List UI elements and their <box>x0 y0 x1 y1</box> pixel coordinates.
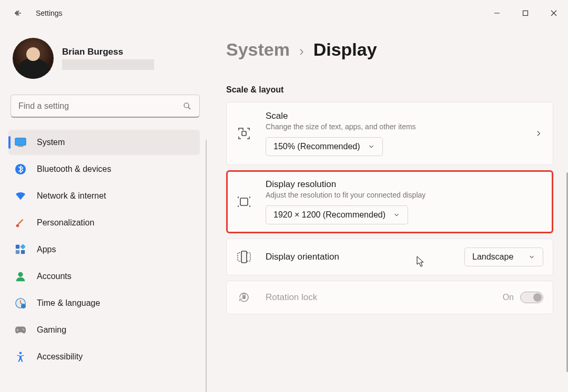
sidebar-item-gaming[interactable]: Gaming <box>8 317 200 343</box>
scale-icon <box>236 126 252 141</box>
svg-point-17 <box>22 328 23 329</box>
main-content: System › Display Scale & layout Scale Ch… <box>210 26 568 392</box>
sidebar-item-bluetooth[interactable]: Bluetooth & devices <box>8 157 200 182</box>
chevron-down-icon <box>393 211 400 219</box>
scale-value: 150% (Recommended) <box>273 142 360 151</box>
svg-point-4 <box>184 103 189 108</box>
rotation-lock-state: On <box>503 293 514 302</box>
svg-rect-13 <box>21 250 25 254</box>
display-resolution-card[interactable]: Display resolution Adjust the resolution… <box>226 170 553 233</box>
search-input[interactable] <box>18 101 182 111</box>
svg-rect-6 <box>15 138 26 146</box>
svg-rect-20 <box>242 131 246 136</box>
scale-title: Scale <box>266 111 520 121</box>
sidebar: Brian Burgess System Bluetooth & devices <box>0 26 210 392</box>
breadcrumb-current: Display <box>313 39 377 60</box>
chevron-down-icon <box>528 253 535 261</box>
svg-rect-21 <box>240 198 248 205</box>
gamepad-icon <box>15 324 26 336</box>
sidebar-item-label: Network & internet <box>37 191 106 201</box>
search-box[interactable] <box>11 95 200 118</box>
titlebar: Settings <box>0 0 568 26</box>
rotation-lock-toggle: On <box>503 292 543 303</box>
sidebar-item-label: Bluetooth & devices <box>37 164 111 174</box>
svg-rect-23 <box>241 251 247 263</box>
sidebar-item-accounts[interactable]: Accounts <box>8 264 200 289</box>
display-orientation-card[interactable]: Display orientation Landscape <box>226 239 553 275</box>
sidebar-item-label: Gaming <box>37 325 66 335</box>
sidebar-item-apps[interactable]: Apps <box>8 237 200 262</box>
svg-rect-10 <box>16 245 19 249</box>
sidebar-item-accessibility[interactable]: Accessibility <box>8 344 200 369</box>
apps-icon <box>15 244 26 255</box>
nav-list: System Bluetooth & devices Network & int… <box>6 128 204 392</box>
bluetooth-icon <box>15 163 26 175</box>
sidebar-item-label: Time & language <box>37 298 100 308</box>
user-row[interactable]: Brian Burgess <box>13 38 204 79</box>
sidebar-item-label: Accessibility <box>37 352 83 362</box>
svg-line-5 <box>188 107 190 109</box>
svg-rect-11 <box>20 244 25 249</box>
close-button[interactable] <box>540 3 568 24</box>
sidebar-item-personalization[interactable]: Personalization <box>8 210 200 235</box>
svg-point-16 <box>21 304 26 308</box>
svg-point-14 <box>18 272 23 277</box>
person-icon <box>15 271 26 282</box>
sidebar-item-label: System <box>37 138 65 147</box>
orientation-select[interactable]: Landscape <box>464 247 543 266</box>
svg-rect-1 <box>523 11 528 16</box>
sidebar-item-time-language[interactable]: Time & language <box>8 291 200 316</box>
sidebar-scrollbar[interactable] <box>206 140 207 392</box>
window-controls <box>483 3 568 24</box>
scale-subtitle: Change the size of text, apps, and other… <box>266 122 520 131</box>
chevron-right-icon[interactable] <box>534 129 543 138</box>
sidebar-item-label: Accounts <box>37 272 72 281</box>
breadcrumb: System › Display <box>226 39 553 60</box>
resolution-value: 1920 × 1200 (Recommended) <box>273 210 386 220</box>
paintbrush-icon <box>15 217 26 229</box>
clock-globe-icon <box>15 297 26 309</box>
sidebar-item-system[interactable]: System <box>8 130 200 155</box>
resolution-subtitle: Adjust the resolution to fit your connec… <box>266 191 543 199</box>
scale-card[interactable]: Scale Change the size of text, apps, and… <box>226 102 553 165</box>
user-name: Brian Burgess <box>62 47 154 57</box>
rotation-lock-icon <box>236 290 252 305</box>
svg-point-19 <box>19 352 22 354</box>
orientation-value: Landscape <box>472 252 513 262</box>
sidebar-item-label: Apps <box>37 245 56 254</box>
scale-select[interactable]: 150% (Recommended) <box>266 137 383 156</box>
back-arrow-icon <box>13 8 23 18</box>
sidebar-item-label: Personalization <box>37 218 94 228</box>
chevron-right-icon: › <box>299 43 304 59</box>
minimize-button[interactable] <box>483 3 511 24</box>
chevron-down-icon <box>368 143 375 150</box>
user-email-redacted <box>62 59 154 70</box>
wifi-icon <box>15 190 26 202</box>
maximize-button[interactable] <box>511 3 540 24</box>
avatar <box>13 38 54 79</box>
search-icon <box>182 101 192 111</box>
accessibility-icon <box>15 351 26 363</box>
resolution-select[interactable]: 1920 × 1200 (Recommended) <box>266 205 408 224</box>
system-icon <box>15 137 26 148</box>
svg-point-18 <box>23 329 24 331</box>
rotation-lock-title: Rotation lock <box>266 292 489 303</box>
breadcrumb-parent[interactable]: System <box>226 39 290 60</box>
svg-point-9 <box>16 224 19 228</box>
orientation-title: Display orientation <box>266 252 451 262</box>
resolution-icon <box>236 194 252 210</box>
orientation-icon <box>236 249 252 265</box>
svg-rect-24 <box>242 295 246 299</box>
svg-rect-12 <box>16 250 19 254</box>
back-button[interactable] <box>12 7 24 19</box>
sidebar-item-network[interactable]: Network & internet <box>8 183 200 209</box>
rotation-lock-card: Rotation lock On <box>226 281 553 314</box>
toggle-switch <box>520 292 543 303</box>
svg-rect-7 <box>18 146 24 147</box>
resolution-title: Display resolution <box>266 179 543 190</box>
section-title: Scale & layout <box>226 85 553 95</box>
window-title: Settings <box>36 9 63 17</box>
